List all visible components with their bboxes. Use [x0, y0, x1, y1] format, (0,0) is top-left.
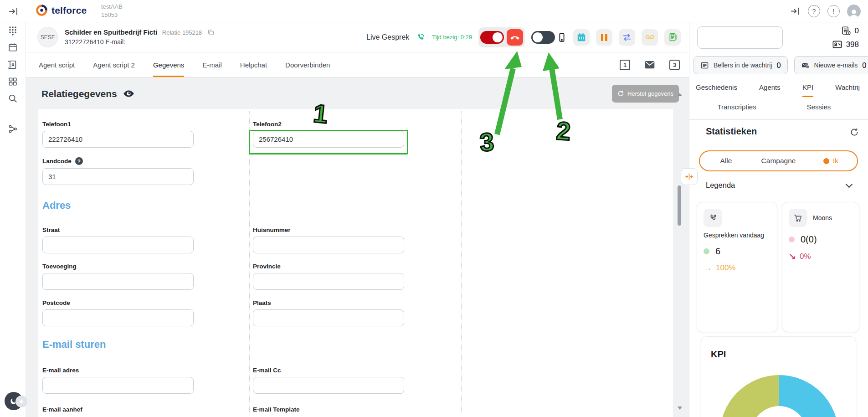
filter-alle[interactable]: Alle [700, 151, 752, 170]
alert-icon[interactable]: ! [827, 5, 840, 17]
tab-wachtrij[interactable]: Wachtrij [835, 83, 860, 97]
light-mode-sun-icon [15, 396, 27, 407]
tab-agent-script-2[interactable]: Agent script 2 [93, 52, 135, 77]
telefoon1-input[interactable] [42, 131, 194, 148]
field-email-adres: E-mail adres [42, 367, 194, 394]
envelope-icon[interactable] [644, 59, 656, 71]
field-label: Postcode [42, 299, 194, 306]
help-icon[interactable]: ? [808, 5, 820, 17]
field-email-template: E-mail Template [253, 406, 404, 416]
toevoeging-input[interactable] [42, 273, 194, 290]
tab-sessies[interactable]: Sessies [778, 103, 860, 117]
copy-icon[interactable] [207, 29, 215, 36]
tab-agent-script[interactable]: Agent script [39, 52, 75, 77]
plaats-input[interactable] [253, 309, 404, 326]
legend-toggle[interactable]: Legenda [706, 181, 852, 190]
huisnummer-input[interactable] [253, 237, 404, 253]
search-icon[interactable] [8, 93, 18, 103]
field-label: Landcode [42, 158, 72, 165]
kpi-donut-chart[interactable] [720, 375, 838, 417]
transfer-button[interactable] [619, 29, 635, 46]
scrollbar-thumb[interactable] [678, 185, 681, 226]
mobile-toggle[interactable] [531, 31, 555, 44]
scroll-up-arrow[interactable] [678, 93, 682, 96]
new-emails-button[interactable]: Nieuwe e-mails 0 [794, 56, 868, 74]
right-sidebar: 0 398 Bellers in de wachtrij 0 [689, 22, 868, 417]
section-adres: Adres [42, 200, 71, 211]
tab-gegevens[interactable]: Gegevens [153, 52, 184, 77]
dialpad-icon[interactable] [8, 26, 18, 36]
contacts-count: 398 [846, 40, 859, 49]
page-title: Relatiegegevens [41, 88, 117, 99]
live-call-phone-icon [416, 32, 426, 42]
top-bar: telforce testAAB 15053 ? ! [0, 0, 868, 22]
form-panel: Telefoon1 Landcode? Adres Straat Toevoeg… [38, 108, 673, 417]
chip-three[interactable]: 3 [669, 60, 680, 70]
visibility-eye-icon[interactable] [123, 88, 135, 100]
pause-icon [601, 34, 607, 41]
straat-input[interactable] [42, 237, 194, 253]
scroll-down-arrow[interactable] [678, 407, 682, 410]
pause-button[interactable] [596, 29, 612, 46]
panel-collapse-handle[interactable] [681, 168, 698, 185]
main-tab-bar: Agent script Agent script 2 Gegevens E-m… [26, 52, 689, 77]
filter-campagne-label: Campagne [761, 157, 796, 165]
legend-label: Legenda [706, 181, 735, 190]
stat-card-trend: 0% [800, 252, 811, 261]
calendar-button[interactable] [573, 29, 590, 46]
email-adres-input[interactable] [42, 377, 194, 394]
workspace-divider [94, 3, 94, 19]
field-label: Huisnummer [253, 227, 404, 233]
refresh-stats-icon[interactable] [850, 128, 859, 137]
mobile-phone-icon [557, 32, 567, 42]
provincie-input[interactable] [253, 273, 404, 290]
stat-card-moons[interactable]: Moons 0(0) ↘ 0% [782, 202, 859, 332]
tab-doorverbinden[interactable]: Doorverbinden [285, 52, 330, 77]
routing-branch-icon[interactable] [8, 124, 18, 134]
telforce-app: telforce testAAB 15053 ? ! [0, 0, 868, 417]
email-cc-input[interactable] [253, 377, 404, 394]
stats-filter-segmented: Alle Campagne Ik [699, 150, 858, 171]
landcode-input[interactable] [42, 168, 194, 185]
sidebar-collapse-icon[interactable] [8, 6, 19, 17]
calendar-nav-icon[interactable] [8, 42, 18, 52]
voicemail-button[interactable] [642, 29, 658, 46]
field-huisnummer: Huisnummer [253, 227, 404, 253]
apps-grid-icon[interactable] [8, 77, 18, 87]
tab-geschiedenis[interactable]: Geschiedenis [696, 83, 737, 97]
landcode-help-icon[interactable]: ? [75, 157, 83, 165]
workspace-name: testAAB [101, 3, 123, 11]
tab-kpi[interactable]: KPI [802, 83, 813, 97]
tab-transcripties[interactable]: Transcripties [696, 103, 778, 117]
relation-id: Relatie 195218 [162, 29, 202, 36]
left-icon-rail [0, 22, 26, 417]
record-toggle[interactable] [480, 31, 504, 44]
contact-phone-email: 31222726410 E-mail: [65, 37, 215, 46]
tasks-clock-icon [841, 26, 851, 36]
tab-helpchat[interactable]: Helpchat [240, 52, 267, 77]
restore-data-button[interactable]: Herstel gegevens [612, 85, 679, 103]
tab-agents[interactable]: Agents [759, 83, 781, 97]
stat-card-gesprekken[interactable]: Gesprekken vandaag 6 → 100% [697, 202, 777, 332]
filter-ik-label: Ik [833, 157, 838, 165]
logout-icon[interactable] [790, 6, 801, 16]
chip-one[interactable]: 1 [620, 60, 630, 70]
telefoon2-input[interactable] [253, 131, 404, 148]
filter-campagne[interactable]: Campagne [752, 151, 805, 170]
theme-toggle[interactable] [5, 392, 28, 411]
field-email-cc: E-mail Cc [253, 367, 404, 394]
sidebar-search-input[interactable] [697, 26, 783, 49]
tab-email[interactable]: E-mail [202, 52, 222, 77]
callers-in-queue-count: 0 [776, 61, 781, 70]
contacts-book-icon[interactable] [8, 60, 18, 70]
postcode-input[interactable] [42, 309, 194, 326]
column-divider [249, 111, 250, 414]
column-divider [38, 111, 38, 414]
filter-ik[interactable]: Ik [805, 151, 857, 170]
callers-in-queue-button[interactable]: Bellers in de wachtrij 0 [693, 56, 788, 74]
hangup-button[interactable] [507, 29, 523, 46]
user-avatar[interactable] [847, 5, 861, 18]
telforce-logo[interactable]: telforce [36, 4, 87, 16]
pink-status-dot [789, 237, 795, 242]
fax-terminal-button[interactable] [664, 29, 681, 46]
